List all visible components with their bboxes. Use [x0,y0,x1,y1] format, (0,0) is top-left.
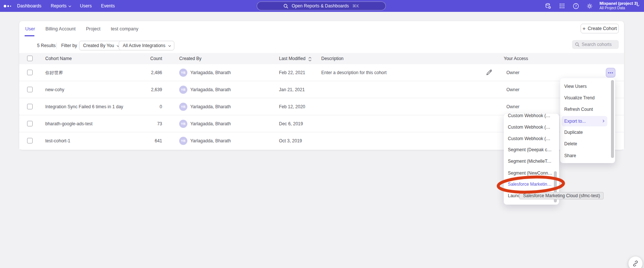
menu-item-refresh-count[interactable]: Refresh Count [560,104,615,115]
cohort-name-link[interactable]: Integration Sync Failed 6 times in 1 day [45,104,123,109]
last-modified-date: Dec 6, 2019 [279,121,303,126]
create-cohort-label: Create Cohort [588,26,617,31]
creator-name: Yarlagadda, Bharath [190,87,231,92]
table-header: Cohort Name Count Created By Last Modifi… [19,53,624,64]
cohort-count: 0 [131,104,162,109]
last-modified-date: Oct 3, 2019 [279,138,302,143]
cohort-name-link[interactable]: test-cohort-1 [45,138,70,143]
chevron-right-icon [602,120,604,122]
last-modified-date: Jan 21, 2021 [279,87,305,92]
column-header-created-by[interactable]: Created By [179,53,201,64]
row-checkbox[interactable] [27,138,33,143]
data-management-icon[interactable] [545,3,551,9]
tab-project[interactable]: Project [86,26,101,32]
cohort-name-link[interactable]: new-cohy [45,87,64,92]
column-header-last-modified[interactable]: Last Modified [279,53,305,64]
nav-item-users[interactable]: Users [80,3,92,9]
primary-nav: Dashboards Reports Users Events [17,0,115,12]
submenu-item-custom-webhook-1[interactable]: Custom Webhook (Cu... [504,114,553,122]
submenu-item-segment-1[interactable]: Segment (Deepak con... [504,144,553,156]
submenu-item-segment-3[interactable]: Segment (NewConnec... [504,168,553,179]
row-more-button[interactable]: ••• [606,68,615,77]
menu-item-export-to[interactable]: Export to... [562,116,607,126]
avatar: YB [179,120,187,128]
cohort-search-input[interactable] [582,42,615,47]
nav-item-dashboards[interactable]: Dashboards [17,3,42,9]
menu-item-share[interactable]: Share [560,150,615,161]
menu-item-label: Export to... [564,119,586,124]
integrations-filter[interactable]: All Active Integrations [119,41,174,50]
submenu-item-custom-webhook-3[interactable]: Custom Webhook (ne... [504,133,553,145]
link-icon [632,260,639,267]
global-search-placeholder: Open Reports & Dashboards [292,3,349,9]
nav-item-label: Dashboards [17,3,42,9]
mixpanel-logo-icon[interactable] [4,5,11,7]
cohort-name-link[interactable]: 你好世界 [45,69,63,76]
nav-item-events[interactable]: Events [101,3,115,9]
project-switcher[interactable]: Mixpanel (project 3) All Project Data [599,1,638,10]
apps-grid-icon[interactable] [559,3,565,9]
submenu-item-custom-webhook-2[interactable]: Custom Webhook (Co... [504,122,553,133]
plus-icon: + [582,26,585,32]
cohort-name-link[interactable]: bharath-google-ads-test [45,121,92,126]
table-row[interactable]: Integration Sync Failed 6 times in 1 day… [19,98,624,115]
project-name: Mixpanel (project 3) [599,1,638,6]
create-cohort-button[interactable]: + Create Cohort [581,24,619,33]
top-nav: Dashboards Reports Users Events Open Rep… [0,0,644,12]
settings-gear-icon[interactable] [586,3,593,9]
divider [56,43,57,49]
filter-value: Created By You [83,43,114,48]
chevron-down-icon [69,4,71,7]
cohort-count: 73 [131,121,162,126]
access-level: Owner [506,87,519,92]
menu-item-delete[interactable]: Delete [560,139,615,149]
help-icon[interactable]: ? [572,3,579,9]
avatar: YB [179,86,187,94]
menu-item-view-users[interactable]: View Users [560,81,615,92]
submenu-item-salesforce-marketing-cloud[interactable]: Salesforce Marketing C... [504,179,553,190]
cohorts-screen: Dashboards Reports Users Events Open Rep… [0,0,644,268]
menu-scrollbar[interactable] [611,80,614,158]
tab-billing-account[interactable]: Billing Account [45,26,75,32]
search-icon [283,4,288,9]
column-header-count[interactable]: Count [134,53,162,64]
edit-pencil-icon[interactable] [486,69,492,76]
chevron-down-icon [168,44,171,47]
table-row[interactable]: new-cohy 2,639 YB Yarlagadda, Bharath Ja… [19,81,624,98]
access-level: Owner [506,104,519,109]
filter-by-label: Filter by [61,41,77,50]
sort-icon[interactable] [308,56,312,61]
tab-test-company[interactable]: test company [111,26,138,32]
nav-item-label: Events [101,3,115,9]
menu-item-visualize-trend[interactable]: Visualize Trend [560,93,615,103]
column-header-name[interactable]: Cohort Name [45,53,72,64]
share-link-fab[interactable] [628,257,643,268]
project-scope: All Project Data [599,6,638,10]
row-checkbox[interactable] [27,121,33,126]
global-search-button[interactable]: Open Reports & Dashboards ⌘K [257,1,386,10]
search-icon [575,42,579,47]
column-header-description[interactable]: Description [321,53,344,64]
row-checkbox[interactable] [27,104,33,109]
submenu-item-segment-2[interactable]: Segment (MichelleTest) [504,156,553,167]
cohort-search [572,40,619,49]
cohort-count: 641 [131,138,162,143]
created-by-filter[interactable]: Created By You [79,41,123,50]
filter-value: All Active Integrations [123,43,165,48]
results-count: 5 Results [37,41,56,50]
active-tab-underline [24,35,34,36]
nav-item-reports[interactable]: Reports [51,3,71,9]
tab-user[interactable]: User [25,26,35,32]
cohort-count: 2,639 [131,87,162,92]
description-input[interactable]: Enter a description for this cohort [321,70,387,75]
select-all-checkbox[interactable] [27,56,33,61]
row-checkbox[interactable] [27,87,33,92]
menu-item-duplicate[interactable]: Duplicate [560,127,615,138]
last-modified-date: Feb 12, 2020 [279,104,305,109]
filter-bar: 5 Results Filter by Created By You All A… [19,41,624,50]
column-header-access[interactable]: Your Access [504,53,528,64]
row-context-menu: View Users Visualize Trend Refresh Count… [560,78,615,163]
table-row[interactable]: 你好世界 2,486 YB Yarlagadda, Bharath Feb 22… [19,64,624,81]
svg-text:?: ? [575,4,576,8]
row-checkbox[interactable] [27,70,33,75]
